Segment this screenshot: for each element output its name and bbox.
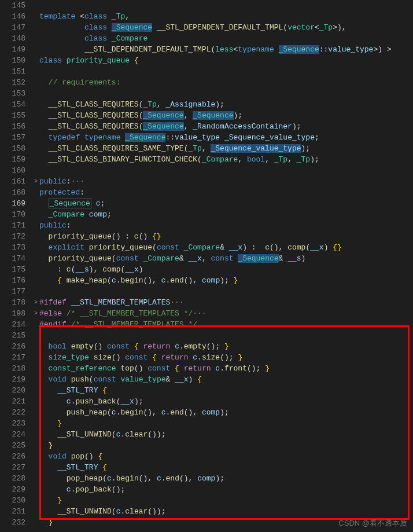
line-number: 159 — [0, 154, 25, 165]
line-number: 174 — [0, 253, 25, 264]
code-line[interactable]: #ifdef __STL_MEMBER_TEMPLATES··· — [39, 297, 413, 308]
line-number: 177 — [0, 286, 25, 297]
code-line[interactable] — [39, 88, 413, 99]
code-line[interactable]: __STL_CLASS_REQUIRES(_Sequence, _Sequenc… — [39, 110, 413, 121]
line-number-gutter: 145 146 147 148 149 150 151 152 153 154 … — [0, 0, 32, 528]
line-number: 220 — [0, 385, 25, 396]
code-line[interactable]: priority_queue(const _Compare& __x, cons… — [39, 253, 413, 264]
code-line[interactable]: __STL_CLASS_BINARY_FUNCTION_CHECK(_Compa… — [39, 154, 413, 165]
line-number: 154 — [0, 99, 25, 110]
line-number: 227 — [0, 462, 25, 473]
line-number: 170 — [0, 209, 25, 220]
line-number: 231 — [0, 506, 25, 517]
code-line[interactable]: __STL_TRY { — [39, 462, 413, 473]
code-line[interactable]: #endif /* __STL_MEMBER_TEMPLATES */ — [39, 319, 413, 330]
fold-chevron-icon[interactable]: > — [32, 308, 39, 319]
code-line[interactable] — [39, 0, 413, 11]
code-line[interactable]: template <class _Tp, — [39, 11, 413, 22]
line-number: 168 — [0, 187, 25, 198]
fold-chevron-icon[interactable]: > — [32, 297, 39, 308]
line-number: 218 — [0, 363, 25, 374]
code-line[interactable]: __STL_UNWIND(c.clear()); — [39, 429, 413, 440]
line-number: 147 — [0, 22, 25, 33]
line-number: 226 — [0, 451, 25, 462]
line-number: 158 — [0, 143, 25, 154]
line-number: 230 — [0, 495, 25, 506]
code-line[interactable]: priority_queue() : c() {} — [39, 231, 413, 242]
code-line[interactable]: c.pop_back(); — [39, 484, 413, 495]
code-line[interactable]: typedef typename _Sequence::value_type _… — [39, 132, 413, 143]
line-number: 215 — [0, 330, 25, 341]
line-number: 145 — [0, 0, 25, 11]
code-line[interactable]: public: — [39, 220, 413, 231]
line-number: 152 — [0, 77, 25, 88]
line-number: 148 — [0, 33, 25, 44]
code-editor[interactable]: 145 146 147 148 149 150 151 152 153 154 … — [0, 0, 413, 528]
line-number: 171 — [0, 220, 25, 231]
line-number: 178 — [0, 297, 25, 308]
code-line[interactable]: : c(__s), comp(__x) — [39, 264, 413, 275]
line-number: 175 — [0, 264, 25, 275]
line-number: 150 — [0, 55, 25, 66]
line-number: 160 — [0, 165, 25, 176]
code-line[interactable]: void push(const value_type& __x) { — [39, 374, 413, 385]
code-line[interactable]: __STL_CLASS_REQUIRES(_Tp, _Assignable); — [39, 99, 413, 110]
line-number: 161 — [0, 176, 25, 187]
line-number: 173 — [0, 242, 25, 253]
code-line[interactable]: } — [39, 440, 413, 451]
line-number: 156 — [0, 121, 25, 132]
code-line[interactable]: void pop() { — [39, 451, 413, 462]
line-number: 153 — [0, 88, 25, 99]
code-line[interactable] — [39, 330, 413, 341]
code-line[interactable]: __STL_DEPENDENT_DEFAULT_TMPL(less<typena… — [39, 44, 413, 55]
code-line[interactable]: } — [39, 495, 413, 506]
fold-chevron-icon[interactable]: > — [32, 176, 39, 187]
line-number: 232 — [0, 517, 25, 528]
line-number: 155 — [0, 110, 25, 121]
code-line[interactable]: pop_heap(c.begin(), c.end(), comp); — [39, 473, 413, 484]
line-number: 151 — [0, 66, 25, 77]
code-line[interactable] — [39, 165, 413, 176]
code-line[interactable]: class priority_queue { — [39, 55, 413, 66]
code-line[interactable]: __STL_TRY { — [39, 385, 413, 396]
line-number: 228 — [0, 473, 25, 484]
line-number: 157 — [0, 132, 25, 143]
line-number: 223 — [0, 418, 25, 429]
line-number-active: 169 — [0, 198, 25, 209]
code-line[interactable] — [39, 286, 413, 297]
line-number: 224 — [0, 429, 25, 440]
code-line[interactable]: public:··· — [39, 176, 413, 187]
line-number: 146 — [0, 11, 25, 22]
line-number: 216 — [0, 341, 25, 352]
code-line[interactable]: class _Sequence __STL_DEPENDENT_DEFAULT_… — [39, 22, 413, 33]
line-number: 225 — [0, 440, 25, 451]
line-number: 214 — [0, 319, 25, 330]
code-line[interactable]: _Compare comp; — [39, 209, 413, 220]
line-number: 217 — [0, 352, 25, 363]
code-line[interactable]: __STL_CLASS_REQUIRES_SAME_TYPE(_Tp, _Seq… — [39, 143, 413, 154]
code-line[interactable]: bool empty() const { return c.empty(); } — [39, 341, 413, 352]
code-area[interactable]: template <class _Tp, class _Sequence __S… — [39, 0, 413, 528]
code-line[interactable]: __STL_UNWIND(c.clear()); — [39, 506, 413, 517]
code-line[interactable]: } — [39, 418, 413, 429]
watermark-text: CSDN @看不透本质 — [338, 518, 407, 529]
code-line[interactable]: c.push_back(__x); — [39, 396, 413, 407]
line-number: 176 — [0, 275, 25, 286]
line-number: 219 — [0, 374, 25, 385]
line-number: 198 — [0, 308, 25, 319]
code-line[interactable]: class _Compare — [39, 33, 413, 44]
code-line[interactable]: __STL_CLASS_REQUIRES(_Sequence, _RandomA… — [39, 121, 413, 132]
code-line[interactable]: // requirements: — [39, 77, 413, 88]
code-line[interactable]: const_reference top() const { return c.f… — [39, 363, 413, 374]
code-line[interactable]: explicit priority_queue(const _Compare& … — [39, 242, 413, 253]
code-line[interactable]: _Sequence c; — [39, 198, 413, 209]
code-line[interactable] — [39, 66, 413, 77]
line-number: 172 — [0, 231, 25, 242]
line-number: 229 — [0, 484, 25, 495]
code-line[interactable]: protected: — [39, 187, 413, 198]
code-line[interactable]: { make_heap(c.begin(), c.end(), comp); } — [39, 275, 413, 286]
code-line[interactable]: #else /* __STL_MEMBER_TEMPLATES */··· — [39, 308, 413, 319]
fold-column: > > > — [32, 0, 39, 528]
code-line[interactable]: size_type size() const { return c.size()… — [39, 352, 413, 363]
code-line[interactable]: push_heap(c.begin(), c.end(), comp); — [39, 407, 413, 418]
